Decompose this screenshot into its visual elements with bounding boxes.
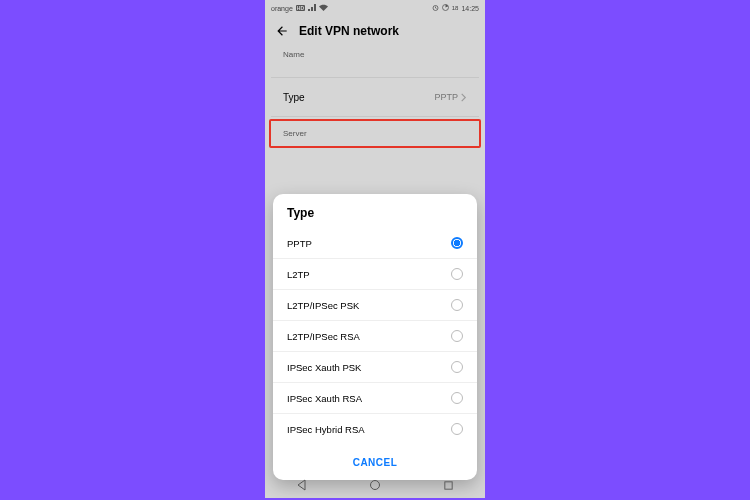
svg-rect-3 — [445, 481, 452, 488]
radio-unchecked-icon[interactable] — [451, 423, 463, 435]
radio-unchecked-icon[interactable] — [451, 299, 463, 311]
type-option-label: L2TP — [287, 269, 451, 280]
radio-unchecked-icon[interactable] — [451, 268, 463, 280]
type-option-label: IPSec Xauth PSK — [287, 362, 451, 373]
type-option-label: IPSec Xauth RSA — [287, 393, 451, 404]
type-picker-sheet: Type PPTPL2TPL2TP/IPSec PSKL2TP/IPSec RS… — [273, 194, 477, 480]
type-option[interactable]: IPSec Xauth RSA — [273, 382, 477, 413]
type-option-label: L2TP/IPSec RSA — [287, 331, 451, 342]
type-value: PPTP — [434, 92, 458, 102]
system-nav-bar — [265, 472, 485, 498]
type-option-label: PPTP — [287, 238, 451, 249]
type-row[interactable]: Type PPTP — [271, 78, 479, 117]
chevron-right-icon — [460, 88, 467, 106]
type-option[interactable]: PPTP — [273, 228, 477, 258]
phone-frame: orange HD 18 14:25 Edit VPN network — [265, 0, 485, 498]
signal-icon — [308, 4, 316, 12]
hd-badge: HD — [296, 5, 305, 11]
cancel-button[interactable]: CANCEL — [353, 457, 398, 468]
battery-icon — [442, 4, 449, 12]
type-option[interactable]: L2TP/IPSec PSK — [273, 289, 477, 320]
nav-back-icon[interactable] — [295, 478, 309, 492]
name-field[interactable]: Name — [271, 44, 479, 78]
type-option[interactable]: IPSec Hybrid RSA — [273, 413, 477, 444]
radio-unchecked-icon[interactable] — [451, 361, 463, 373]
radio-unchecked-icon[interactable] — [451, 392, 463, 404]
clock-label: 14:25 — [461, 5, 479, 12]
alarm-icon — [432, 4, 439, 12]
back-icon[interactable] — [275, 24, 289, 38]
screen-header: Edit VPN network — [265, 16, 485, 44]
type-option[interactable]: L2TP — [273, 258, 477, 289]
type-option[interactable]: L2TP/IPSec RSA — [273, 320, 477, 351]
battery-percent: 18 — [452, 5, 459, 11]
svg-point-2 — [370, 481, 379, 490]
radio-checked-icon[interactable] — [451, 237, 463, 249]
type-label: Type — [283, 92, 434, 103]
server-field[interactable]: Server — [269, 119, 481, 148]
sheet-title: Type — [273, 204, 477, 228]
type-option-label: L2TP/IPSec PSK — [287, 300, 451, 311]
nav-home-icon[interactable] — [368, 478, 382, 492]
page-title: Edit VPN network — [299, 24, 399, 38]
nav-recent-icon[interactable] — [441, 478, 455, 492]
carrier-label: orange — [271, 5, 293, 12]
status-bar: orange HD 18 14:25 — [265, 0, 485, 16]
type-option[interactable]: IPSec Xauth PSK — [273, 351, 477, 382]
name-label: Name — [283, 50, 467, 59]
radio-unchecked-icon[interactable] — [451, 330, 463, 342]
server-label: Server — [283, 129, 467, 138]
wifi-icon — [319, 4, 328, 12]
type-option-label: IPSec Hybrid RSA — [287, 424, 451, 435]
